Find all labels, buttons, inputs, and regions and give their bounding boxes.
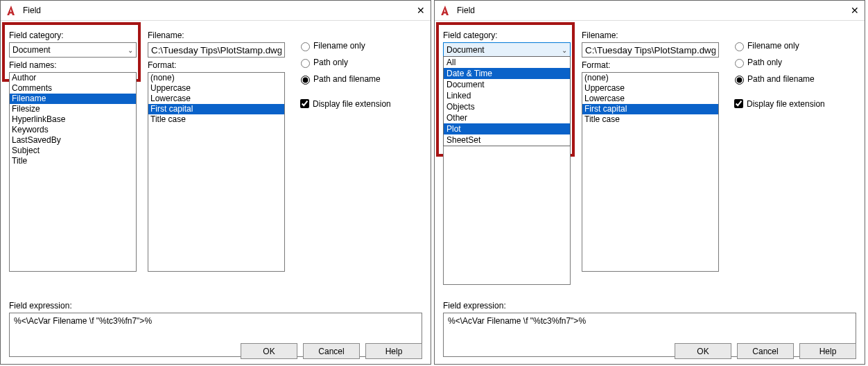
path-only-radio[interactable] bbox=[735, 59, 744, 68]
list-item[interactable]: Filename bbox=[10, 94, 136, 104]
cancel-button[interactable]: Cancel bbox=[737, 343, 794, 359]
display-file-extension-label: Display file extension bbox=[313, 99, 391, 109]
dropdown-option[interactable]: Objects bbox=[444, 101, 570, 112]
field-category-select[interactable]: Document ⌄ bbox=[9, 42, 137, 58]
list-item[interactable]: Keywords bbox=[10, 125, 136, 135]
path-and-filename-radio[interactable] bbox=[735, 76, 744, 85]
filename-label: Filename: bbox=[148, 31, 286, 40]
format-label: Format: bbox=[148, 60, 286, 70]
chevron-down-icon: ⌄ bbox=[562, 46, 567, 54]
path-and-filename-label: Path and filename bbox=[313, 74, 381, 84]
list-item[interactable]: First capital bbox=[148, 104, 284, 114]
list-item[interactable]: Uppercase bbox=[582, 83, 718, 94]
field-dialog-right: Field ✕ Field category: Document ⌄ AllDa… bbox=[434, 0, 865, 365]
list-item[interactable]: First capital bbox=[582, 104, 718, 114]
list-item[interactable]: Uppercase bbox=[148, 83, 284, 94]
list-item[interactable]: Title bbox=[10, 156, 136, 166]
filename-input[interactable] bbox=[148, 42, 285, 58]
list-item[interactable]: HyperlinkBase bbox=[10, 114, 136, 125]
field-category-label: Field category: bbox=[443, 31, 575, 40]
display-file-extension-label: Display file extension bbox=[747, 99, 825, 109]
list-item[interactable]: Title case bbox=[582, 114, 718, 125]
field-expression-label: Field expression: bbox=[443, 301, 856, 311]
dropdown-option[interactable]: Date & Time bbox=[444, 68, 570, 79]
titlebar: Field ✕ bbox=[1, 1, 431, 21]
filename-only-radio[interactable] bbox=[301, 42, 310, 51]
format-label: Format: bbox=[582, 60, 720, 70]
dropdown-option[interactable]: SheetSet bbox=[444, 134, 570, 146]
path-only-label: Path only bbox=[747, 58, 782, 67]
field-names-label: Field names: bbox=[9, 60, 141, 70]
help-button[interactable]: Help bbox=[365, 343, 422, 359]
field-category-value: Document bbox=[12, 45, 51, 55]
path-and-filename-radio[interactable] bbox=[301, 76, 310, 85]
field-category-select[interactable]: Document ⌄ AllDate & TimeDocumentLinkedO… bbox=[443, 42, 571, 58]
close-icon[interactable]: ✕ bbox=[417, 5, 425, 16]
dropdown-option[interactable]: Other bbox=[444, 112, 570, 123]
dropdown-option[interactable]: All bbox=[444, 57, 570, 68]
list-item[interactable]: Lowercase bbox=[148, 94, 284, 104]
format-listbox[interactable]: (none)UppercaseLowercaseFirst capitalTit… bbox=[582, 72, 719, 272]
list-item[interactable]: Title case bbox=[148, 114, 284, 125]
path-and-filename-label: Path and filename bbox=[747, 74, 815, 84]
field-category-value: Document bbox=[446, 45, 485, 55]
dropdown-option[interactable]: Document bbox=[444, 79, 570, 90]
display-file-extension-checkbox[interactable] bbox=[300, 99, 309, 108]
dropdown-option[interactable]: Plot bbox=[444, 123, 570, 134]
ok-button[interactable]: OK bbox=[241, 343, 297, 359]
filename-only-label: Filename only bbox=[747, 41, 799, 51]
path-only-label: Path only bbox=[313, 58, 348, 67]
dialog-title: Field bbox=[457, 6, 475, 15]
list-item[interactable]: (none) bbox=[582, 73, 718, 83]
dropdown-option[interactable]: Linked bbox=[444, 90, 570, 101]
list-item[interactable]: Lowercase bbox=[582, 94, 718, 104]
cancel-button[interactable]: Cancel bbox=[303, 343, 360, 359]
list-item[interactable]: Comments bbox=[10, 83, 136, 94]
field-names-listbox[interactable] bbox=[443, 145, 571, 285]
field-category-dropdown-list[interactable]: AllDate & TimeDocumentLinkedObjectsOther… bbox=[443, 56, 571, 146]
autocad-icon bbox=[6, 5, 17, 16]
list-item[interactable]: LastSavedBy bbox=[10, 135, 136, 146]
autocad-icon bbox=[440, 5, 451, 16]
filename-only-radio[interactable] bbox=[735, 42, 744, 51]
format-listbox[interactable]: (none)UppercaseLowercaseFirst capitalTit… bbox=[148, 72, 285, 272]
ok-button[interactable]: OK bbox=[675, 343, 731, 359]
list-item[interactable]: Filesize bbox=[10, 104, 136, 114]
list-item[interactable]: Subject bbox=[10, 146, 136, 156]
field-dialog-left: Field ✕ Field category: Document ⌄ Field… bbox=[0, 0, 431, 365]
path-only-radio[interactable] bbox=[301, 59, 310, 68]
chevron-down-icon: ⌄ bbox=[128, 46, 133, 54]
close-icon[interactable]: ✕ bbox=[851, 5, 859, 16]
field-category-label: Field category: bbox=[9, 31, 141, 40]
titlebar: Field ✕ bbox=[435, 1, 865, 21]
display-file-extension-checkbox[interactable] bbox=[734, 99, 743, 108]
filename-only-label: Filename only bbox=[313, 41, 365, 51]
list-item[interactable]: Author bbox=[10, 73, 136, 83]
field-names-listbox[interactable]: AuthorCommentsFilenameFilesizeHyperlinkB… bbox=[9, 72, 137, 272]
filename-input[interactable] bbox=[582, 42, 719, 58]
dialog-title: Field bbox=[23, 6, 41, 15]
field-expression-label: Field expression: bbox=[9, 301, 422, 311]
help-button[interactable]: Help bbox=[799, 343, 856, 359]
filename-label: Filename: bbox=[582, 31, 720, 40]
list-item[interactable]: (none) bbox=[148, 73, 284, 83]
